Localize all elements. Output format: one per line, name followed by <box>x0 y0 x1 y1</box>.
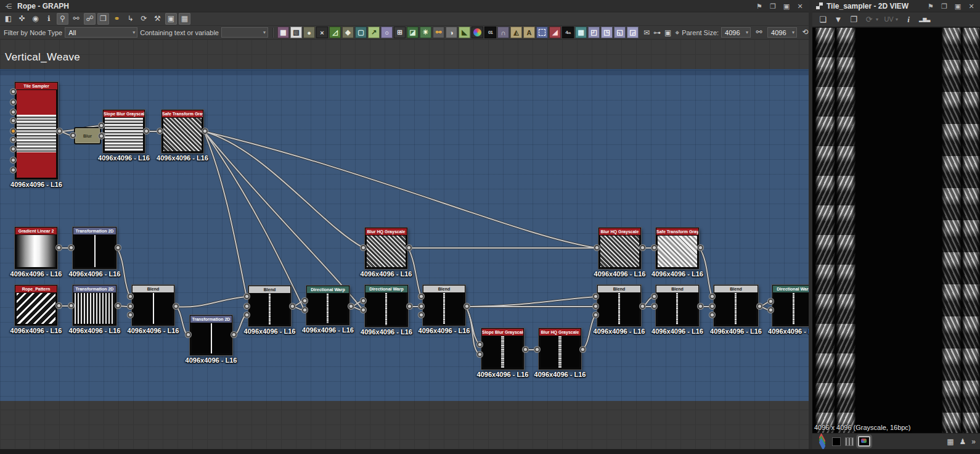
maximize-icon[interactable]: ▣ <box>782 1 791 11</box>
input-port[interactable] <box>477 352 483 357</box>
output-port[interactable] <box>144 128 149 134</box>
input-port[interactable] <box>709 312 715 318</box>
search-icon[interactable]: ⚲ <box>57 13 68 25</box>
graph-node-blend_6[interactable]: Blend4096x4096 - L16 <box>714 285 758 326</box>
texture-icon[interactable]: ▩ <box>575 27 587 38</box>
display-monitor-icon[interactable] <box>858 436 870 447</box>
text-icon[interactable]: A <box>523 27 535 38</box>
input-port[interactable] <box>709 303 715 309</box>
input-port[interactable] <box>419 312 424 318</box>
refresh-icon[interactable]: ⟳ <box>864 14 874 25</box>
containing-text-dropdown[interactable]: ▾ <box>221 27 268 38</box>
output-port[interactable] <box>640 245 645 250</box>
info-icon[interactable]: i <box>904 14 913 25</box>
graph-node-safe_transform_2[interactable]: Safe Transform Graysc...4096x4096 - L16 <box>656 228 699 269</box>
channels-swatch[interactable] <box>845 437 854 446</box>
input-port[interactable] <box>68 245 74 250</box>
output-port[interactable] <box>464 303 470 309</box>
input-port[interactable] <box>10 167 16 173</box>
input-port[interactable] <box>709 294 715 299</box>
tile-generator-icon[interactable]: ⊞ <box>394 27 406 38</box>
input-port[interactable] <box>361 307 366 313</box>
input-port[interactable] <box>10 99 16 105</box>
window-icon[interactable]: ❐ <box>97 13 109 25</box>
node-overview-icon[interactable]: ☍ <box>84 13 96 25</box>
output-port[interactable] <box>290 303 295 309</box>
output-port[interactable] <box>115 245 121 250</box>
graph-node-blur_dot[interactable]: Blur <box>75 128 100 144</box>
curve-icon[interactable]: ◣ <box>459 27 470 38</box>
layers-icon[interactable] <box>817 437 828 447</box>
copy-image-icon[interactable]: ❐ <box>849 14 859 25</box>
scale-reference-icon[interactable]: ♟ <box>960 437 966 446</box>
graph-node-blur_hq_3[interactable]: Blur HQ Grayscale4096x4096 - L16 <box>539 328 581 369</box>
value-4-01-icon[interactable]: 4₀₁ <box>562 27 574 38</box>
color-wheel-icon[interactable] <box>472 27 483 38</box>
gradient-map-icon[interactable]: ◑ <box>446 27 457 38</box>
float-window-icon[interactable]: ❐ <box>939 1 949 11</box>
bitmap-icon[interactable]: ▦ <box>277 27 289 38</box>
link-nodes-icon[interactable]: ⚯ <box>433 27 444 38</box>
input-port[interactable] <box>594 245 600 250</box>
output-port[interactable] <box>698 245 703 250</box>
input-port[interactable] <box>768 307 774 313</box>
float-window-icon[interactable]: ❐ <box>768 1 778 11</box>
graph-node-blur_hq_1[interactable]: Blur HQ Grayscale4096x4096 - L16 <box>365 228 407 269</box>
output-port[interactable] <box>580 347 586 352</box>
compare-images-icon[interactable]: ❏ <box>818 14 828 25</box>
graph-node-gradient_linear_2[interactable]: Gradient Linear 24096x4096 - L16 <box>15 227 57 269</box>
output-port[interactable] <box>57 128 62 134</box>
frame-icon[interactable]: ◳ <box>601 27 613 38</box>
graph-node-blend_3[interactable]: Blend4096x4096 - L16 <box>423 285 465 326</box>
pin-node-icon[interactable]: ⌖ <box>675 28 679 37</box>
input-port[interactable] <box>10 109 16 115</box>
input-port[interactable] <box>477 342 483 347</box>
graph-node-directional_warp_2[interactable]: Directional Warp4096x4096 - L16 <box>365 285 408 327</box>
input-port[interactable] <box>302 298 308 303</box>
svg-icon[interactable]: ▧ <box>290 27 302 38</box>
graph-node-blend_4[interactable]: Blend4096x4096 - L16 <box>597 285 641 326</box>
output-port[interactable] <box>406 245 412 250</box>
sharpen-icon[interactable]: ◆ <box>342 27 354 38</box>
blur-icon[interactable]: ● <box>303 27 315 38</box>
output-port[interactable] <box>640 303 645 309</box>
more-icon[interactable]: » <box>971 437 976 446</box>
reset-size-icon[interactable]: ⟲ <box>799 27 809 38</box>
graph-canvas[interactable]: Vertical_Weave Tile Sampler4096x4096 - L… <box>0 39 809 449</box>
input-port[interactable] <box>10 146 16 152</box>
output-port[interactable] <box>115 303 121 308</box>
view2d-viewport[interactable]: 4096 x 4096 (Grayscale, 16bpc) <box>812 28 980 433</box>
input-port[interactable] <box>10 137 16 142</box>
input-port[interactable] <box>768 299 774 304</box>
input-port[interactable] <box>10 157 16 163</box>
graph-node-slope_blur_2[interactable]: Slope Blur Grayscale4096x4096 - L16 <box>481 328 524 369</box>
graph-node-directional_warp_3[interactable]: Directional Warp4096x4096 - L16 <box>772 285 809 326</box>
input-port[interactable] <box>593 303 598 309</box>
close-icon[interactable]: ✕ <box>795 1 805 11</box>
fx-map-icon[interactable]: ◰ <box>588 27 600 38</box>
flood-fill-icon[interactable]: ◢ <box>549 27 561 38</box>
input-port[interactable] <box>70 133 76 138</box>
input-port[interactable] <box>419 294 424 299</box>
input-port[interactable] <box>651 245 657 250</box>
input-port[interactable] <box>244 294 250 299</box>
graph-node-transformation_2d_c[interactable]: Transformation 2D4096x4096 - L16 <box>190 315 232 355</box>
input-port[interactable] <box>68 303 74 308</box>
output-port[interactable] <box>173 303 179 309</box>
output-port[interactable] <box>56 245 62 250</box>
channel-shuffle-icon[interactable]: × <box>316 27 328 38</box>
warp-icon[interactable]: ↗ <box>368 27 380 38</box>
close-icon[interactable]: ✕ <box>966 1 976 11</box>
input-port[interactable] <box>302 307 308 313</box>
input-port[interactable] <box>593 294 598 299</box>
graph-node-slope_blur_1[interactable]: Slope Blur Grayscale4096x4096 - L16 <box>103 110 145 153</box>
tools-icon[interactable]: ⚒ <box>152 13 163 25</box>
parent-size-height-dropdown[interactable]: 4096▾ <box>767 27 797 38</box>
histogram-icon[interactable]: ▂▆▃ <box>919 14 930 25</box>
graph-node-rope_pattern[interactable]: Rope_Pattern4096x4096 - L16 <box>15 285 57 326</box>
pixel-processor-icon[interactable]: ∩ <box>497 27 509 38</box>
input-port[interactable] <box>651 303 657 309</box>
update-icon[interactable]: ⟳ <box>138 13 150 25</box>
graph-node-blend_5[interactable]: Blend4096x4096 - L16 <box>656 285 699 326</box>
input-port[interactable] <box>128 312 133 318</box>
